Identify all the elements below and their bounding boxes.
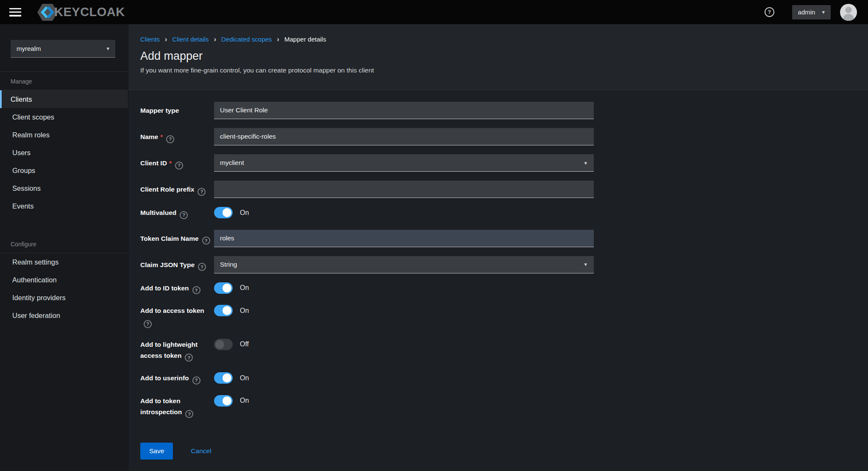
save-button[interactable]: Save [140,443,173,460]
masthead: KEYCLOAK ? admin ▾ [0,0,868,24]
main-content: Clients › Client details › Dedicated sco… [128,24,868,471]
mapper-type-input[interactable] [214,102,594,119]
form-row-add-to-access-token: Add to access token? On [140,305,868,328]
field-label: Add to access token? [140,305,212,328]
chevron-right-icon: › [277,36,279,43]
claim-json-type-select[interactable]: String ▾ [214,256,594,273]
add-to-access-token-toggle[interactable] [214,305,233,316]
field-label: Add to userinfo? [140,372,212,385]
page-title: Add mapper [140,49,851,63]
breadcrumb-current: Mapper details [284,36,326,43]
nav-toggle-hamburger-icon[interactable] [9,8,21,17]
form-row-mapper-type: Mapper type [140,102,868,119]
sidebar-item-realm-roles[interactable]: Realm roles [0,126,128,144]
toggle-state-label: On [240,284,249,292]
cancel-link[interactable]: Cancel [191,447,211,455]
field-label: Name*? [140,128,212,143]
form-row-add-to-userinfo: Add to userinfo? On [140,372,868,385]
form-row-token-claim-name: Token Claim Name? [140,230,868,247]
avatar[interactable] [840,4,857,21]
caret-down-icon: ▾ [822,9,825,15]
field-label: Token Claim Name? [140,230,212,245]
required-asterisk: * [160,133,163,140]
field-label: Client ID*? [140,154,212,170]
avatar-head-shape [846,7,852,13]
help-icon[interactable]: ? [185,354,193,362]
form-actions: Save Cancel [140,443,868,460]
toggle-state-label: On [240,374,249,382]
field-label: Add to token introspection? [140,395,212,418]
form-row-client-id: Client ID*? myclient ▾ [140,154,868,172]
toggle-state-label: On [240,307,249,315]
breadcrumb-link-client-details[interactable]: Client details [172,36,209,43]
caret-down-icon: ▾ [106,46,109,51]
field-label: Multivalued? [140,207,212,219]
sidebar-item-events[interactable]: Events [0,197,128,215]
add-to-id-token-toggle[interactable] [214,282,233,294]
form-row-client-role-prefix: Client Role prefix? [140,181,868,198]
required-asterisk: * [169,159,172,167]
form-row-claim-json-type: Claim JSON Type? String ▾ [140,256,868,273]
sidebar-item-groups[interactable]: Groups [0,162,128,179]
toggle-state-label: On [240,209,249,217]
breadcrumb-link-dedicated-scopes[interactable]: Dedicated scopes [221,36,272,43]
token-claim-name-input[interactable] [214,230,594,247]
toggle-state-label: Off [240,340,249,348]
sidebar-item-clients[interactable]: Clients [0,90,128,108]
nav-group-configure: Configure Realm settings Authentication … [0,234,128,324]
sidebar-item-user-federation[interactable]: User federation [0,307,128,324]
page-subtitle: If you want more fine-grain control, you… [140,66,851,75]
sidebar-item-realm-settings[interactable]: Realm settings [0,253,128,271]
page-header: Clients › Client details › Dedicated sco… [128,24,868,90]
name-input[interactable] [214,128,594,145]
field-label: Claim JSON Type? [140,256,212,271]
breadcrumb: Clients › Client details › Dedicated sco… [140,36,851,43]
add-to-userinfo-toggle[interactable] [214,372,233,384]
sidebar-item-identity-providers[interactable]: Identity providers [0,289,128,307]
caret-down-icon: ▾ [584,160,587,166]
chevron-right-icon: › [165,36,167,43]
help-icon[interactable]: ? [185,410,193,418]
caret-down-icon: ▾ [584,262,587,267]
add-to-token-introspection-toggle[interactable] [214,395,233,407]
help-icon[interactable]: ? [175,162,183,170]
realm-selector-value: myrealm [17,45,41,52]
brand-text: KEYCLOAK [54,5,125,19]
help-icon[interactable]: ? [192,376,200,385]
help-icon[interactable]: ? [198,188,206,196]
help-icon[interactable]: ? [144,320,152,328]
field-label: Add to lightweight access token? [140,339,212,362]
avatar-body-shape [843,14,854,21]
help-icon[interactable]: ? [180,211,188,219]
multivalued-toggle[interactable] [214,207,233,218]
form-row-name: Name*? [140,128,868,145]
sidebar-item-client-scopes[interactable]: Client scopes [0,108,128,126]
help-icon[interactable]: ? [765,7,774,17]
help-icon[interactable]: ? [202,237,210,245]
form-row-add-to-token-introspection: Add to token introspection? On [140,395,868,418]
help-icon[interactable]: ? [166,135,174,143]
form-row-add-to-lightweight-access-token: Add to lightweight access token? Off [140,339,868,362]
user-menu-dropdown[interactable]: admin ▾ [792,5,831,20]
help-icon[interactable]: ? [192,286,200,294]
form-row-add-to-id-token: Add to ID token? On [140,282,868,295]
realm-selector[interactable]: myrealm ▾ [11,40,115,58]
sidebar-item-users[interactable]: Users [0,144,128,162]
add-to-lightweight-access-token-toggle[interactable] [214,339,233,350]
breadcrumb-link-clients[interactable]: Clients [140,36,160,43]
field-label: Mapper type [140,102,212,116]
nav-group-title: Manage [0,72,128,90]
form-row-multivalued: Multivalued? On [140,207,868,219]
client-id-select[interactable]: myclient ▾ [214,154,594,172]
toggle-state-label: On [240,397,249,404]
keycloak-logo: KEYCLOAK [36,3,125,22]
add-mapper-form: Mapper type Name*? Client ID*? [128,90,868,471]
nav-group-manage: Manage Clients Client scopes Realm roles… [0,72,128,215]
help-icon[interactable]: ? [198,263,206,271]
field-label: Client Role prefix? [140,181,212,196]
field-label: Add to ID token? [140,282,212,295]
client-role-prefix-input[interactable] [214,181,594,198]
sidebar-item-authentication[interactable]: Authentication [0,271,128,289]
sidebar-item-sessions[interactable]: Sessions [0,179,128,197]
user-menu-label: admin [798,8,815,16]
